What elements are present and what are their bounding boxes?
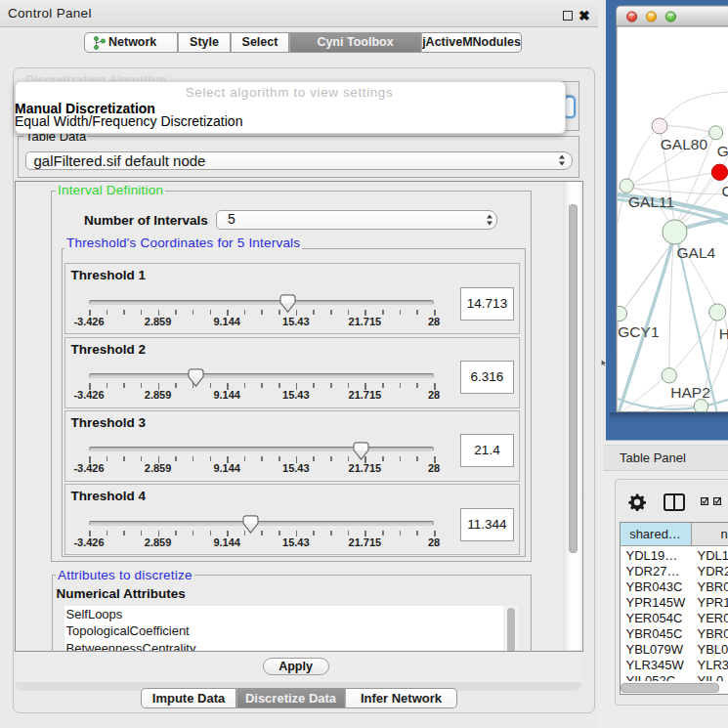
svg-text:GAL80: GAL80 xyxy=(661,136,708,152)
svg-text:GAL11: GAL11 xyxy=(628,193,674,210)
svg-text:GAL4: GAL4 xyxy=(677,244,716,261)
svg-text:C: C xyxy=(722,183,728,199)
svg-text:GCY1: GCY1 xyxy=(618,323,659,340)
svg-text:H: H xyxy=(719,325,728,342)
svg-text:GA: GA xyxy=(717,143,728,159)
svg-text:HAP2: HAP2 xyxy=(670,384,710,401)
